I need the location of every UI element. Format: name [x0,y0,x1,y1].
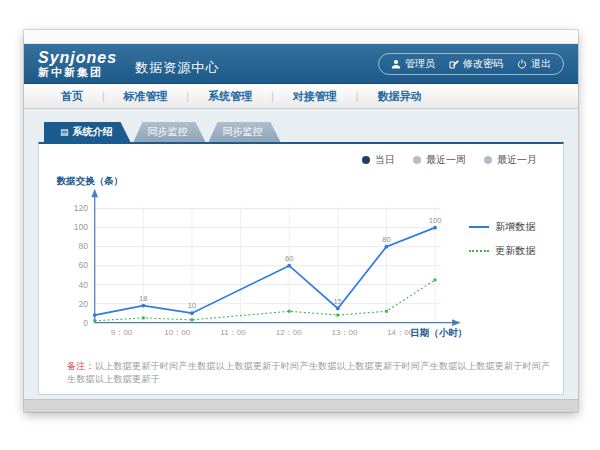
nav-item-home[interactable]: 首页 [42,89,102,104]
legend-item-updated-data[interactable]: 更新数据 [469,244,551,258]
footnote: 备注：以上数据更新于时间产生数据以上数据更新于时间产生数据以上数据更新于时间产生… [67,360,551,386]
brand-logo-text: Synjones [38,50,117,66]
data-point [142,317,145,320]
data-point-label: 10 [188,301,196,310]
radio-unselected-icon [413,156,421,164]
range-filter-last-month[interactable]: 最近一月 [484,153,537,167]
app-window: Synjones 新中新集团 数据资源中心 管理员 修改密码 [24,30,578,412]
dotted-line-icon [469,250,489,252]
chart-legend: 新增数据 更新数据 [469,220,551,350]
data-point [336,307,340,311]
y-tick-label: 0 [83,318,88,328]
tab-system-intro[interactable]: ▤ 系统介绍 [44,122,131,142]
nav-item-data-change[interactable]: 数据异动 [358,89,440,104]
legend-label: 新增数据 [495,220,535,234]
browser-top-strip [24,30,578,44]
radio-unselected-icon [484,156,492,164]
x-tick-label: 13：00 [331,328,358,337]
nav-item-standard-mgmt[interactable]: 标准管理 [105,89,187,104]
edit-icon [449,59,459,69]
nav-item-system-mgmt[interactable]: 系统管理 [189,89,271,104]
x-axis-arrow-icon [452,319,461,326]
y-axis-title: 数据交换（条） [56,175,124,187]
y-tick-label: 40 [79,280,89,290]
footnote-text: 以上数据更新于时间产生数据以上数据更新于时间产生数据以上数据更新于时间产生数据以… [67,361,551,384]
y-tick-label: 120 [74,203,89,213]
data-point [336,314,339,317]
user-menu-label: 管理员 [405,57,435,71]
nav-item-interface-mgmt[interactable]: 对接管理 [274,89,356,104]
tab-label: 系统介绍 [73,122,113,142]
data-point [191,318,194,321]
document-icon: ▤ [60,127,69,137]
data-point [190,311,194,315]
data-point [434,278,437,281]
solid-line-icon [469,226,489,228]
y-tick-label: 20 [79,299,89,309]
chart-row: 0204060801001209：0010：0011：0012：0013：001… [51,168,551,350]
logout-button[interactable]: 退出 [517,57,551,71]
change-password-button[interactable]: 修改密码 [449,57,503,71]
range-filter-label: 最近一周 [426,153,466,167]
y-axis-arrow-icon [91,189,98,198]
data-point [433,226,437,230]
user-menu-button[interactable]: 管理员 [391,57,435,71]
tab-sync-monitor-1[interactable]: 同步监控 [134,122,206,142]
data-point [288,310,291,313]
x-tick-label: 9：00 [111,328,133,337]
tab-bar: ▤ 系统介绍 同步监控 同步监控 [44,122,564,142]
data-point [287,264,291,268]
line-chart: 0204060801001209：0010：0011：0012：0013：001… [51,168,469,350]
data-point [141,304,145,308]
legend-label: 更新数据 [495,244,535,258]
logout-label: 退出 [531,57,551,71]
radio-selected-icon [362,156,370,164]
app-header: Synjones 新中新集团 数据资源中心 管理员 修改密码 [24,44,578,84]
user-toolbar: 管理员 修改密码 退出 [378,53,564,75]
data-point-label: 80 [382,235,390,244]
brand-logo: Synjones 新中新集团 [38,50,117,78]
tab-sync-monitor-2[interactable]: 同步监控 [209,122,281,142]
range-filter-today[interactable]: 当日 [362,153,395,167]
data-point [385,245,389,249]
user-icon [391,59,401,69]
data-point-label: 100 [429,216,442,225]
window-footer-bar [24,399,578,412]
tab-label: 同步监控 [223,122,263,142]
y-tick-label: 80 [79,241,89,251]
footnote-prefix: 备注： [67,361,95,371]
logout-icon [517,59,527,69]
x-tick-label: 11：00 [220,328,246,337]
range-filter-last-week[interactable]: 最近一周 [413,153,466,167]
data-point [93,319,96,322]
x-tick-label: 12：00 [276,328,303,337]
x-axis-title: 日期（小时） [410,327,467,339]
brand-logo-subtext: 新中新集团 [38,66,117,78]
data-point-label: 60 [285,254,293,263]
main-nav: 首页 | 标准管理 | 系统管理 | 对接管理 | 数据异动 [24,84,578,109]
data-point [93,313,97,317]
data-point [385,310,388,313]
page: Synjones 新中新集团 数据资源中心 管理员 修改密码 [0,0,600,450]
range-filter-label: 最近一月 [497,153,537,167]
y-tick-label: 60 [79,261,89,271]
app-title: 数据资源中心 [135,59,219,77]
data-point-label: 15 [334,297,342,306]
legend-item-new-data[interactable]: 新增数据 [469,220,551,234]
tab-label: 同步监控 [148,122,188,142]
change-password-label: 修改密码 [463,57,503,71]
y-tick-label: 100 [74,222,89,232]
range-filter-group: 当日 最近一周 最近一月 [51,152,551,168]
data-point-label: 18 [139,294,147,303]
range-filter-label: 当日 [375,153,395,167]
chart-panel: 当日 最近一周 最近一月 0204060801001209：0010：0011：… [38,142,564,395]
x-tick-label: 10：00 [164,328,191,337]
content-area: ▤ 系统介绍 同步监控 同步监控 当日 [24,109,578,399]
